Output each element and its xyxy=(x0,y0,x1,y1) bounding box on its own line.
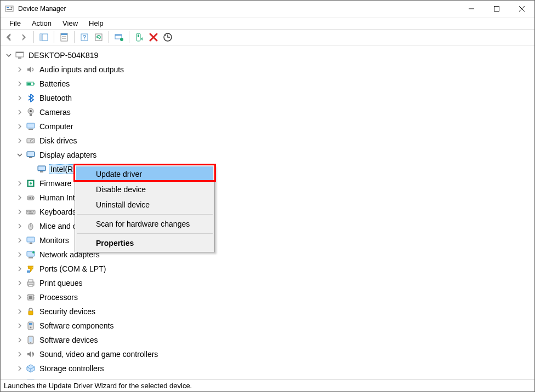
tree-node-label: Software components xyxy=(38,321,115,331)
tree-node-bluetooth[interactable]: Bluetooth xyxy=(16,91,534,105)
tree-node-display[interactable]: Display adapters xyxy=(16,148,534,162)
svg-rect-57 xyxy=(29,213,33,214)
caret-right-icon[interactable] xyxy=(16,251,24,258)
svg-rect-12 xyxy=(61,33,67,35)
toolbar-uninstall-button[interactable] xyxy=(147,31,160,44)
caret-right-icon[interactable] xyxy=(16,237,24,244)
tree-node-label: Security devices xyxy=(38,307,97,316)
menu-help[interactable]: Help xyxy=(83,18,109,29)
sound-icon xyxy=(26,349,36,359)
display-icon xyxy=(26,150,36,160)
caret-right-icon[interactable] xyxy=(16,265,24,273)
caret-right-icon[interactable] xyxy=(16,108,24,116)
svg-rect-54 xyxy=(30,211,31,212)
tree-node-softcomp[interactable]: Software components xyxy=(16,319,534,333)
minimize-button[interactable] xyxy=(459,1,484,17)
close-button[interactable] xyxy=(509,1,534,17)
caret-right-icon[interactable] xyxy=(16,365,24,372)
tree-node-ports[interactable]: Ports (COM & LPT) xyxy=(16,262,534,276)
svg-rect-69 xyxy=(29,285,33,286)
caret-right-icon[interactable] xyxy=(16,137,24,145)
toolbar-properties-button[interactable] xyxy=(58,31,71,44)
caret-right-icon[interactable] xyxy=(16,208,24,216)
status-text: Launches the Update Driver Wizard for th… xyxy=(4,382,192,390)
caret-right-icon[interactable] xyxy=(16,336,24,344)
tree-node-cameras[interactable]: Cameras xyxy=(16,105,534,119)
svg-rect-56 xyxy=(33,211,34,212)
caret-right-icon[interactable] xyxy=(16,308,24,315)
caret-down-icon[interactable] xyxy=(5,51,13,59)
bluetooth-icon xyxy=(26,93,36,103)
monitors-icon xyxy=(26,235,36,245)
tree-node-sysdev[interactable]: System devices xyxy=(16,376,534,379)
tree-node-softdev[interactable]: Software devices xyxy=(16,333,534,347)
svg-rect-68 xyxy=(29,280,33,282)
caret-right-icon[interactable] xyxy=(16,123,24,130)
audio-icon xyxy=(26,65,36,74)
softcomp-icon xyxy=(26,321,36,331)
caret-right-icon[interactable] xyxy=(16,322,24,330)
toolbar-scan-button[interactable] xyxy=(161,31,174,44)
toolbar-enable-button[interactable] xyxy=(133,31,146,44)
keyboards-icon xyxy=(26,207,36,217)
tree-node-batteries[interactable]: Batteries xyxy=(16,77,534,91)
tree-node-disk[interactable]: Disk drives xyxy=(16,134,534,148)
tree-node-audio[interactable]: Audio inputs and outputs xyxy=(16,62,534,77)
maximize-button[interactable] xyxy=(484,1,509,17)
svg-point-84 xyxy=(30,342,31,343)
tree-node-sound[interactable]: Sound, video and game controllers xyxy=(16,347,534,361)
caret-right-icon[interactable] xyxy=(16,279,24,287)
svg-rect-2 xyxy=(7,9,12,10)
tree-node-label: Software devices xyxy=(38,335,100,345)
svg-rect-43 xyxy=(40,171,43,172)
hid-icon xyxy=(26,193,36,203)
context-scan-hardware[interactable]: Scan for hardware changes xyxy=(76,216,213,232)
tree-node-printq[interactable]: Print queues xyxy=(16,276,534,290)
tree-node-label: Processors xyxy=(38,292,79,302)
toolbar-forward-button[interactable] xyxy=(17,31,30,44)
caret-right-icon[interactable] xyxy=(16,80,24,88)
toolbar-tree-button[interactable] xyxy=(37,31,50,44)
caret-right-icon[interactable] xyxy=(16,194,24,201)
context-properties[interactable]: Properties xyxy=(76,235,213,251)
tree-root-node[interactable]: DESKTOP-504K819 xyxy=(5,48,534,62)
caret-right-icon[interactable] xyxy=(16,94,24,102)
svg-rect-71 xyxy=(29,296,32,299)
caret-down-icon[interactable] xyxy=(16,151,24,159)
caret-right-icon[interactable] xyxy=(16,293,24,301)
svg-rect-62 xyxy=(29,244,33,244)
menu-file[interactable]: File xyxy=(4,18,26,29)
toolbar-refresh-button[interactable] xyxy=(92,31,105,44)
tree-node-label: Monitors xyxy=(38,235,71,245)
tree-node-label: Sound, video and game controllers xyxy=(38,349,160,359)
svg-rect-53 xyxy=(29,211,30,212)
context-update-driver[interactable]: Update driver xyxy=(76,166,213,182)
tree-node-computer[interactable]: Computer xyxy=(16,119,534,134)
tree-node-cpu[interactable]: Processors xyxy=(16,290,534,304)
tree-node-label: Disk drives xyxy=(38,136,78,146)
context-uninstall-device[interactable]: Uninstall device xyxy=(76,197,213,212)
mice-icon xyxy=(26,221,36,231)
toolbar-help-button[interactable]: ? xyxy=(78,31,91,44)
context-disable-device[interactable]: Disable device xyxy=(76,182,213,197)
menu-action[interactable]: Action xyxy=(26,18,57,29)
menu-view[interactable]: View xyxy=(57,18,83,29)
tree-node-label: Computer xyxy=(38,122,75,131)
svg-rect-5 xyxy=(494,7,499,11)
caret-right-icon[interactable] xyxy=(16,66,24,73)
tree-node-security[interactable]: Security devices xyxy=(16,304,534,319)
toolbar: ? xyxy=(1,29,534,45)
svg-rect-22 xyxy=(138,34,139,37)
caret-right-icon[interactable] xyxy=(16,180,24,187)
toolbar-update-driver-button[interactable] xyxy=(112,31,126,44)
svg-rect-61 xyxy=(30,243,32,244)
cameras-icon xyxy=(26,107,36,117)
toolbar-back-button[interactable] xyxy=(3,31,16,44)
context-separator xyxy=(77,233,213,234)
tree-node-storage[interactable]: Storage controllers xyxy=(16,361,534,376)
caret-right-icon[interactable] xyxy=(16,350,24,358)
svg-rect-50 xyxy=(32,197,33,199)
caret-right-icon[interactable] xyxy=(16,222,24,230)
svg-rect-48 xyxy=(29,197,30,199)
svg-rect-60 xyxy=(27,237,35,242)
